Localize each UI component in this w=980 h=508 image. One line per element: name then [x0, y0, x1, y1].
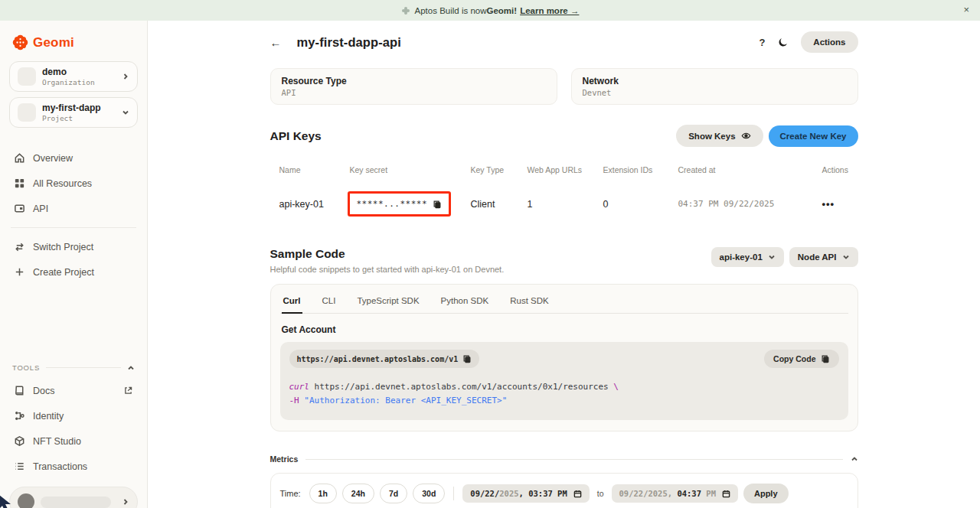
dark-mode-icon[interactable] — [777, 37, 789, 48]
sidebar-divider — [11, 227, 136, 228]
grid-icon — [14, 177, 25, 189]
preset-30d[interactable]: 30d — [413, 484, 445, 503]
chevron-up-icon — [127, 364, 135, 372]
column-header: Actions — [805, 165, 858, 174]
apply-button[interactable]: Apply — [743, 484, 789, 503]
sidebar-item-label: Switch Project — [33, 242, 93, 252]
api-keys-table: Name Key secret Key Type Web App URLs Ex… — [270, 158, 858, 227]
create-new-key-button[interactable]: Create New Key — [769, 125, 858, 147]
info-label: Network — [583, 76, 847, 86]
column-header: Web App URLs — [518, 165, 594, 174]
calendar-icon[interactable] — [573, 490, 582, 498]
switch-arrows-icon — [14, 241, 25, 252]
column-header: Key Type — [462, 165, 518, 174]
back-button[interactable]: ← — [270, 36, 282, 49]
tools-header-label: TOOLS — [12, 363, 40, 372]
copy-icon — [462, 354, 472, 363]
org-name: demo — [42, 67, 116, 77]
geomi-logo-icon — [12, 34, 28, 50]
copy-icon[interactable] — [433, 200, 442, 209]
chevron-down-icon — [122, 109, 129, 116]
identity-nodes-icon — [14, 410, 25, 422]
actions-button[interactable]: Actions — [801, 31, 858, 53]
row-actions-menu[interactable]: ••• — [805, 198, 858, 210]
chevron-down-icon — [842, 253, 850, 261]
project-type: Project — [42, 114, 116, 122]
tab-cli[interactable]: CLI — [321, 285, 338, 313]
tab-rust-sdk[interactable]: Rust SDK — [508, 285, 550, 313]
preset-1h[interactable]: 1h — [309, 484, 337, 503]
key-select-value: api-key-01 — [720, 252, 763, 262]
separator — [453, 487, 454, 500]
base-url-chip[interactable]: https://api.devnet.aptoslabs.com/v1 — [289, 350, 480, 368]
list-icon — [14, 461, 25, 472]
sidebar-item-label: NFT Studio — [33, 436, 81, 447]
key-secret-text: *****...***** — [357, 199, 428, 209]
sidebar-item-identity[interactable]: Identity — [9, 403, 138, 428]
tab-curl[interactable]: Curl — [282, 285, 302, 314]
code-string: "Authorization: Bearer <API_KEY_SECRET>" — [299, 396, 508, 405]
show-keys-button[interactable]: Show Keys — [676, 125, 763, 147]
eye-icon — [741, 131, 751, 141]
project-selector[interactable]: my-first-dapp Project — [9, 97, 138, 128]
project-name: my-first-dapp — [42, 103, 116, 113]
plus-icon — [14, 266, 25, 278]
sidebar-item-docs[interactable]: Docs — [9, 378, 138, 403]
api-keys-title: API Keys — [270, 129, 322, 143]
sidebar-item-switch-project[interactable]: Switch Project — [9, 234, 138, 259]
date-to-input[interactable]: 09/22/2025, 04:37 PM — [612, 484, 738, 503]
page-title: my-first-dapp-api — [297, 35, 401, 50]
date-segment: 09/22/2025, — [619, 489, 673, 498]
key-secret-value[interactable]: *****...***** — [357, 199, 443, 209]
sidebar-item-nft-studio[interactable]: NFT Studio — [9, 428, 138, 454]
created-at-cell: 04:37 PM 09/22/2025 — [669, 199, 805, 209]
tab-python-sdk[interactable]: Python SDK — [439, 285, 491, 313]
api-select-dropdown[interactable]: Node API — [789, 247, 858, 267]
preset-7d[interactable]: 7d — [380, 484, 407, 503]
account-menu[interactable] — [9, 487, 138, 508]
sidebar-item-create-project[interactable]: Create Project — [9, 259, 138, 285]
sidebar: Geomi demo Organization my-first-dapp Pr… — [0, 21, 148, 508]
sidebar-item-transactions[interactable]: Transactions — [9, 454, 138, 479]
main-content: ← my-first-dapp-api ? Actions Resource T… — [148, 21, 980, 508]
preset-24h[interactable]: 24h — [342, 484, 374, 503]
date-segment: 2025 — [499, 489, 518, 498]
org-selector[interactable]: demo Organization — [9, 61, 138, 92]
calendar-icon[interactable] — [722, 490, 730, 498]
show-keys-label: Show Keys — [688, 132, 735, 141]
sidebar-item-overview[interactable]: Overview — [9, 145, 138, 171]
home-icon — [14, 152, 25, 164]
code-flag: -H — [289, 396, 299, 405]
sidebar-item-all-resources[interactable]: All Resources — [9, 171, 138, 196]
help-icon[interactable]: ? — [759, 37, 765, 48]
banner-text: Aptos Build is now — [415, 6, 487, 15]
mouse-cursor — [0, 494, 14, 508]
logo[interactable]: Geomi — [9, 31, 138, 61]
sample-code-subtitle: Helpful code snippets to get started wit… — [270, 265, 505, 274]
metrics-section-toggle[interactable]: Metrics — [270, 454, 858, 464]
code-command: curl — [289, 382, 310, 392]
api-select-value: Node API — [798, 252, 837, 262]
sidebar-item-label: Docs — [33, 386, 54, 396]
key-type-cell: Client — [462, 199, 518, 210]
sample-code-card: Curl CLI TypeScript SDK Python SDK Rust … — [270, 284, 858, 431]
date-segment: 04:37 — [672, 489, 701, 498]
learn-more-link[interactable]: Learn more → — [520, 6, 579, 15]
column-header: Key secret — [341, 165, 462, 174]
key-select-dropdown[interactable]: api-key-01 — [711, 247, 784, 267]
tab-typescript-sdk[interactable]: TypeScript SDK — [355, 285, 420, 313]
tools-section-toggle[interactable]: TOOLS — [9, 360, 138, 375]
cube-icon — [14, 435, 25, 447]
metrics-title: Metrics — [270, 454, 299, 464]
banner-close-icon[interactable]: × — [963, 3, 969, 17]
avatar — [18, 493, 34, 508]
date-from-input[interactable]: 09/22/2025, 03:37 PM — [462, 484, 589, 503]
org-type: Organization — [42, 78, 116, 86]
project-avatar — [18, 103, 36, 122]
extension-ids-cell: 0 — [594, 199, 669, 210]
info-label: Resource Type — [282, 76, 546, 86]
copy-code-button[interactable]: Copy Code — [764, 350, 838, 368]
sidebar-item-api[interactable]: API — [9, 196, 138, 221]
tools-divider — [46, 367, 121, 368]
date-segment: , 03:37 PM — [519, 489, 567, 498]
